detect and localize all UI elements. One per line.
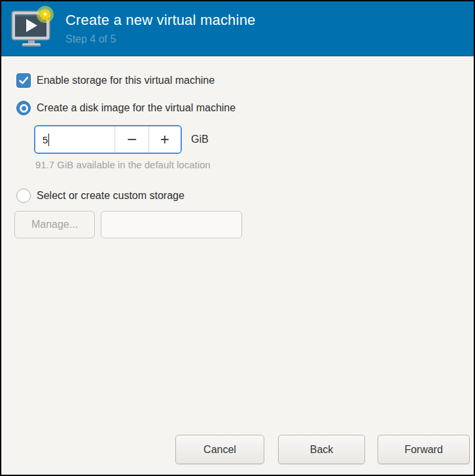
enable-storage-checkbox[interactable] [16,73,31,88]
new-virtual-machine-icon [8,5,55,52]
custom-storage-row: Select or create custom storage [16,189,185,203]
dialog-header: Create a new virtual machine Step 4 of 5 [1,1,474,56]
enable-storage-row: Enable storage for this virtual machine [16,73,215,88]
forward-button[interactable]: Forward [378,435,470,464]
create-vm-dialog: Create a new virtual machine Step 4 of 5… [0,0,475,476]
checkmark-icon [19,77,29,84]
disk-image-row: Create a disk image for the virtual mach… [16,101,236,115]
page-title: Create a new virtual machine [65,11,256,29]
availability-hint: 91.7 GiB available in the default locati… [35,159,211,170]
radio-selected-dot [20,104,28,113]
size-unit-label: GiB [191,125,209,154]
decrement-button[interactable]: − [114,126,148,153]
disk-image-radio[interactable] [16,101,31,115]
enable-storage-label: Enable storage for this virtual machine [37,75,215,86]
back-button[interactable]: Back [278,435,365,464]
increment-button[interactable]: + [149,126,181,153]
step-indicator: Step 4 of 5 [65,32,256,46]
disk-size-value: 5 [43,134,48,145]
custom-storage-radio[interactable] [16,189,31,203]
manage-button[interactable]: Manage... [14,211,95,238]
text-caret [48,134,49,146]
header-titles: Create a new virtual machine Step 4 of 5 [65,11,256,46]
cancel-button[interactable]: Cancel [175,435,264,464]
custom-storage-label: Select or create custom storage [37,190,185,202]
disk-size-input[interactable]: 5 [35,126,114,153]
disk-image-label: Create a disk image for the virtual mach… [37,102,236,114]
disk-size-spinbox: 5 − + [34,125,182,154]
custom-storage-path-input[interactable] [101,211,242,238]
